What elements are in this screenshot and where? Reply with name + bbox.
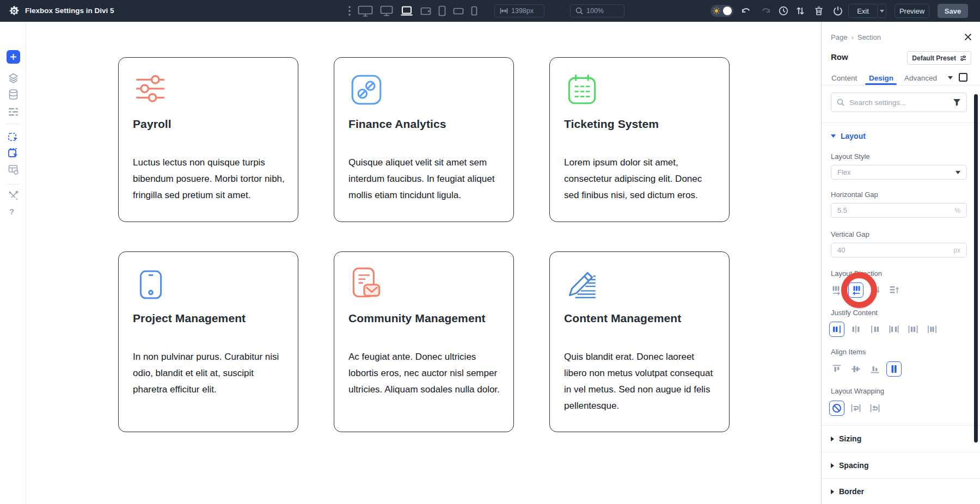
undo-icon[interactable] xyxy=(740,5,751,16)
select-module-icon[interactable] xyxy=(8,131,19,143)
panel-scrollbar[interactable] xyxy=(974,94,978,442)
feature-card-payroll[interactable]: Payroll Luctus lectus non quisque turpis… xyxy=(118,57,298,222)
align-items-label: Align Items xyxy=(831,348,866,356)
feature-card-ticketing-system[interactable]: Ticketing System Lorem ipsum dolor sit a… xyxy=(549,57,730,222)
layout-direction-label: Layout Direction xyxy=(831,269,882,278)
vertical-gap-input[interactable]: 40 px xyxy=(831,243,967,257)
section-header-spacing[interactable]: Spacing xyxy=(831,461,868,470)
align-flex-start-button[interactable] xyxy=(829,361,844,377)
plus-icon xyxy=(10,53,17,60)
default-preset-button[interactable]: Default Preset xyxy=(907,51,971,65)
sort-arrows-icon[interactable] xyxy=(795,5,806,16)
preview-button[interactable]: Preview xyxy=(895,4,929,18)
section-header-sizing[interactable]: Sizing xyxy=(831,434,861,443)
align-center-button[interactable] xyxy=(848,361,863,377)
justify-center-button[interactable] xyxy=(848,322,863,337)
card-body: Quisque aliquet velit sit amet sem inter… xyxy=(348,155,501,204)
card-body: Quis blandit erat. Donec laoreet libero … xyxy=(564,349,717,414)
builder-mode-toggle[interactable] xyxy=(710,5,733,17)
layout-style-value: Flex xyxy=(837,168,851,176)
breadcrumb-page[interactable]: Page xyxy=(831,33,847,41)
direction-row-button[interactable] xyxy=(829,282,844,298)
wrap-reverse-button[interactable] xyxy=(867,401,883,416)
pencil-icon xyxy=(564,266,600,302)
card-body: Luctus lectus non quisque turpis bibendu… xyxy=(133,155,286,204)
save-label: Save xyxy=(945,7,961,15)
select-row-icon[interactable] xyxy=(8,147,19,159)
align-stretch-button[interactable] xyxy=(886,361,902,377)
table-layout-icon[interactable] xyxy=(8,164,19,175)
layout-direction-options xyxy=(829,282,902,298)
search-input[interactable] xyxy=(848,98,949,107)
chevron-down-icon xyxy=(880,10,884,13)
exit-button[interactable]: Exit xyxy=(848,4,878,18)
redo-icon[interactable] xyxy=(761,5,771,16)
tabs-chevron-down-icon[interactable] xyxy=(948,76,953,79)
layers-icon[interactable] xyxy=(8,72,19,84)
section-header-border[interactable]: Border xyxy=(831,487,864,496)
wrap-button[interactable] xyxy=(848,401,863,416)
feature-card-finance-analytics[interactable]: Finance Analytics Quisque aliquet velit … xyxy=(334,57,514,222)
database-icon[interactable] xyxy=(8,89,19,100)
direction-column-reverse-button[interactable] xyxy=(886,282,902,298)
toggle-knob xyxy=(723,7,732,15)
feature-card-content-management[interactable]: Content Management Quis blandit erat. Do… xyxy=(549,251,730,432)
responsive-view-icon[interactable] xyxy=(959,73,967,82)
divi-builder-screen: Flexbox Settings in Divi 5 xyxy=(0,0,980,504)
tab-content[interactable]: Content xyxy=(831,74,857,82)
device-phone-landscape-icon[interactable] xyxy=(453,5,464,17)
help-icon[interactable]: ? xyxy=(9,207,20,216)
wrap-none-button[interactable] xyxy=(829,401,844,416)
feature-card-project-management[interactable]: Project Management In non pulvinar purus… xyxy=(118,251,298,432)
more-options-dots-icon[interactable] xyxy=(348,6,351,16)
filter-funnel-icon[interactable] xyxy=(953,99,961,106)
save-button[interactable]: Save xyxy=(938,4,968,18)
device-tablet-portrait-icon[interactable] xyxy=(438,5,446,17)
link-icon xyxy=(348,72,384,108)
justify-space-between-button[interactable] xyxy=(886,322,902,337)
direction-column-button[interactable] xyxy=(867,282,883,298)
divider xyxy=(822,425,980,426)
zoom-control[interactable]: 100% xyxy=(570,4,624,17)
device-tablet-landscape-icon[interactable] xyxy=(420,5,431,17)
device-desktop-xl-icon[interactable] xyxy=(358,5,373,17)
divider xyxy=(822,478,980,479)
feature-card-community-management[interactable]: Community Management Ac feugiat ante. Do… xyxy=(334,251,514,432)
layout-section-label: Layout xyxy=(841,132,866,140)
justify-flex-end-button[interactable] xyxy=(867,322,883,337)
portability-power-icon[interactable] xyxy=(832,5,843,16)
horizontal-gap-value: 5.5 xyxy=(837,206,847,214)
device-phone-portrait-icon[interactable] xyxy=(471,5,477,17)
section-header-layout[interactable]: Layout xyxy=(831,132,866,140)
direction-row-reverse-button[interactable] xyxy=(848,282,863,298)
align-flex-end-button[interactable] xyxy=(867,361,883,377)
device-desktop-icon[interactable] xyxy=(380,5,393,17)
chevron-down-icon xyxy=(955,171,960,174)
divider xyxy=(822,122,980,123)
close-icon[interactable] xyxy=(964,33,972,41)
horizontal-gap-input[interactable]: 5.5 % xyxy=(831,203,967,218)
justify-space-evenly-button[interactable] xyxy=(924,322,940,337)
tab-design[interactable]: Design xyxy=(869,74,893,82)
trash-icon[interactable] xyxy=(813,5,824,16)
page-title: Flexbox Settings in Divi 5 xyxy=(25,0,114,22)
sliders-icon xyxy=(133,72,169,108)
breadcrumb-section[interactable]: Section xyxy=(857,33,881,41)
history-clock-icon[interactable] xyxy=(778,5,789,16)
list-queue-icon[interactable] xyxy=(8,106,19,118)
preset-sliders-icon xyxy=(960,55,966,62)
tab-advanced[interactable]: Advanced xyxy=(904,74,937,82)
tools-icon[interactable] xyxy=(8,190,19,201)
top-toolbar: Flexbox Settings in Divi 5 xyxy=(0,0,980,22)
card-body: Ac feugiat ante. Donec ultricies loborti… xyxy=(348,349,501,398)
justify-space-around-button[interactable] xyxy=(905,322,921,337)
exit-dropdown-button[interactable] xyxy=(877,4,886,18)
settings-gear-icon[interactable] xyxy=(9,5,20,16)
device-laptop-icon[interactable] xyxy=(400,5,413,17)
canvas-width-input[interactable]: 1398px xyxy=(494,4,544,17)
card-title: Finance Analytics xyxy=(348,118,446,131)
add-element-button[interactable] xyxy=(7,50,20,64)
layout-style-select[interactable]: Flex xyxy=(831,165,967,180)
vertical-gap-unit: px xyxy=(953,247,960,254)
justify-flex-start-button[interactable] xyxy=(829,322,844,337)
